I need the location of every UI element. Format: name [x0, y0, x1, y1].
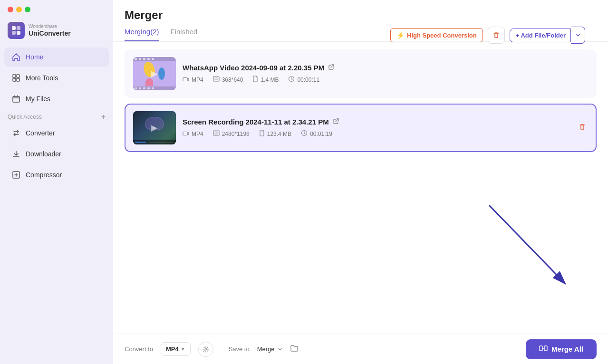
add-file-chevron-button[interactable]	[571, 27, 585, 44]
svg-rect-0	[12, 26, 16, 30]
sidebar-item-home[interactable]: Home	[4, 48, 109, 67]
add-file-folder-group: + Add File/Folder	[510, 27, 585, 44]
svg-rect-13	[183, 132, 187, 135]
progress-bar	[135, 142, 146, 143]
sidebar-item-more-tools[interactable]: More Tools	[4, 68, 109, 87]
svg-rect-10	[183, 77, 187, 81]
brand-name: Wondershare	[29, 24, 71, 29]
tab-finished[interactable]: Finished	[171, 28, 198, 41]
format-settings-button[interactable]	[198, 342, 213, 357]
downloader-icon	[11, 149, 21, 159]
sidebar: Wondershare UniConverter Home More Tools	[0, 0, 113, 364]
file-card-2[interactable]: ▶ ▶ Screen Recording 2024-11-11 at 2.34.…	[125, 104, 597, 152]
video-icon-2	[183, 131, 189, 137]
perf	[152, 87, 154, 89]
tab-merging[interactable]: Merging(2)	[125, 28, 159, 41]
add-quick-access-button[interactable]: +	[101, 113, 106, 121]
file-info-1: WhatsApp Video 2024-09-09 at 2.20.35 PM	[183, 64, 588, 84]
perf	[139, 87, 141, 89]
logo-icon	[8, 22, 25, 39]
svg-point-18	[205, 348, 207, 350]
tab-finished-label: Finished	[171, 28, 198, 36]
file-name-2: Screen Recording 2024-11-11 at 2.34.21 P…	[183, 118, 329, 126]
sidebar-item-compressor[interactable]: Compressor	[4, 165, 109, 184]
merge-all-button[interactable]: Merge All	[526, 339, 597, 359]
resolution-value-2: 2480*1196	[222, 131, 250, 137]
delete-button[interactable]	[488, 27, 505, 44]
sidebar-item-my-files[interactable]: My Files	[4, 89, 109, 108]
main-content: Merger ⚡ High Speed Conversion + Add Fil…	[113, 0, 608, 364]
sidebar-item-downloader[interactable]: Downloader	[4, 144, 109, 163]
resolution-icon-1	[213, 76, 220, 83]
screen-thumb-overlay: ▶	[153, 125, 156, 131]
file-format-2: MP4	[183, 131, 203, 137]
size-value-2: 123.4 MB	[267, 131, 291, 137]
header-row: Merger ⚡ High Speed Conversion + Add Fil…	[125, 9, 597, 28]
format-select-dropdown[interactable]: MP4 ▼	[161, 342, 191, 356]
converter-icon	[11, 128, 21, 138]
perf	[143, 58, 145, 60]
browse-folder-button[interactable]	[290, 345, 299, 354]
minimize-window-button[interactable]	[16, 7, 22, 12]
sidebar-item-converter[interactable]: Converter	[4, 124, 109, 143]
close-window-button[interactable]	[8, 7, 13, 12]
delete-file-2-button[interactable]	[577, 121, 588, 134]
size-value-1: 1.4 MB	[261, 77, 279, 83]
file-card-1[interactable]: ▶ WhatsApp Video 2024-09-09 at 2.20.35 P…	[125, 49, 597, 98]
svg-rect-11	[213, 77, 219, 81]
bolt-icon: ⚡	[396, 31, 405, 39]
file-thumbnail-1: ▶	[133, 57, 176, 90]
tab-merging-label: Merging(2)	[125, 28, 159, 36]
svg-rect-2	[12, 31, 16, 35]
high-speed-conversion-button[interactable]: ⚡ High Speed Conversion	[390, 28, 483, 42]
film-perfs-top	[133, 57, 176, 61]
merge-icon	[539, 344, 548, 354]
perf	[147, 58, 150, 60]
svg-rect-5	[17, 75, 19, 77]
duration-value-1: 00:00:11	[297, 77, 319, 83]
bottom-bar: Convert to MP4 ▼ Save to Merge	[113, 334, 608, 364]
thumb-text: ▶	[153, 125, 156, 131]
resolution-value-1: 368*640	[222, 77, 243, 83]
video-icon-1	[183, 77, 189, 83]
film-perfs-bottom	[133, 86, 176, 90]
convert-to-label: Convert to	[125, 345, 153, 353]
save-to-label: Save to	[229, 345, 250, 353]
add-file-folder-button[interactable]: + Add File/Folder	[510, 29, 571, 42]
thumb-controls	[133, 140, 176, 144]
open-file-icon-1[interactable]	[328, 64, 335, 72]
file-size-1: 1.4 MB	[252, 76, 279, 84]
quick-access-section: Quick Access +	[0, 109, 113, 123]
svg-rect-6	[13, 78, 16, 81]
svg-rect-8	[13, 96, 19, 102]
traffic-lights	[8, 7, 30, 12]
app-title: UniConverter	[29, 29, 71, 38]
decorative-shape	[145, 78, 153, 86]
file-name-row-2: Screen Recording 2024-11-11 at 2.34.21 P…	[183, 118, 570, 126]
page-title: Merger	[125, 9, 163, 22]
compressor-label: Compressor	[26, 171, 62, 179]
file-name-row-1: WhatsApp Video 2024-09-09 at 2.20.35 PM	[183, 64, 588, 72]
my-files-label: My Files	[26, 95, 50, 103]
file-format-1: MP4	[183, 77, 203, 83]
format-select-value: MP4	[166, 345, 179, 353]
more-tools-label: More Tools	[26, 74, 58, 82]
svg-rect-19	[540, 346, 542, 351]
screen-thumb-content: ▶	[133, 111, 176, 144]
file-duration-2: 00:01:19	[301, 130, 332, 138]
more-tools-icon	[11, 73, 21, 83]
file-size-2: 123.4 MB	[259, 130, 291, 138]
quick-access-label: Quick Access	[8, 114, 42, 120]
home-icon	[11, 52, 21, 62]
open-file-icon-2[interactable]	[333, 118, 339, 126]
format-value-2: MP4	[192, 131, 203, 137]
perf	[135, 87, 137, 89]
format-chevron-icon: ▼	[181, 346, 185, 352]
perf	[139, 58, 141, 60]
file-info-2: Screen Recording 2024-11-11 at 2.34.21 P…	[183, 118, 570, 138]
resolution-icon-2	[213, 130, 220, 137]
file-resolution-1: 368*640	[213, 76, 243, 83]
maximize-window-button[interactable]	[25, 7, 30, 12]
save-location-display: Merge	[257, 345, 282, 353]
perf	[143, 87, 145, 89]
